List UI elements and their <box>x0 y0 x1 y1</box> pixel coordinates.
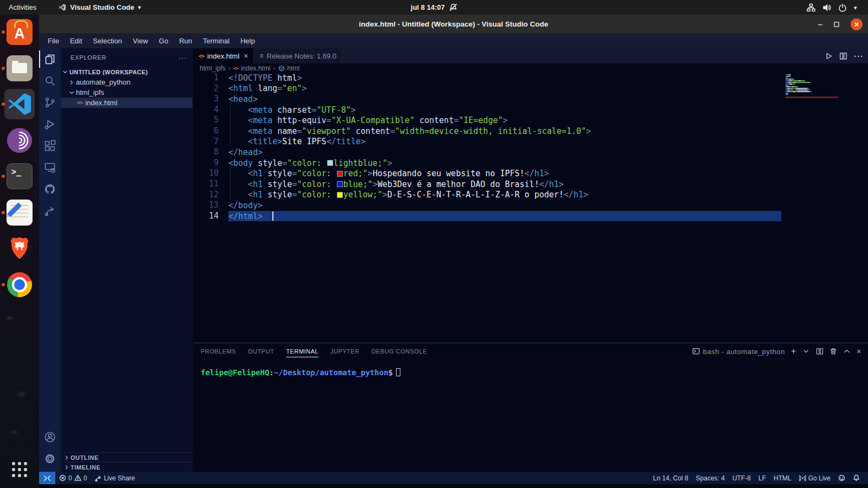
code-line[interactable]: 2<html lang="en"> <box>193 84 868 94</box>
dock-item-tor-browser[interactable] <box>7 127 33 153</box>
shell-select-icon[interactable] <box>802 348 810 355</box>
kill-terminal-icon[interactable] <box>829 348 837 355</box>
activity-settings[interactable] <box>39 448 61 470</box>
code-line[interactable]: 8</head> <box>193 147 868 158</box>
live-share-status[interactable]: Live Share <box>91 472 138 484</box>
dock-item-files[interactable] <box>7 55 33 81</box>
power-icon[interactable] <box>838 3 847 12</box>
activity-run-debug[interactable] <box>39 113 61 135</box>
status-feedback[interactable] <box>834 474 849 481</box>
dock-item-show-applications[interactable] <box>7 457 33 483</box>
status-encoding[interactable]: UTF-8 <box>729 474 755 482</box>
code-line[interactable]: 12 <h1 style="color: yellow;">D-E-S-C-E-… <box>193 190 868 201</box>
network-icon[interactable] <box>807 3 815 12</box>
workspace-row[interactable]: UNTITLED (WORKSPACE) <box>61 67 193 77</box>
dock-item-vscode[interactable] <box>7 91 33 117</box>
chevron-down-icon[interactable]: ▾ <box>854 3 863 12</box>
menu-file[interactable]: File <box>42 35 65 47</box>
activity-extensions[interactable] <box>39 135 61 157</box>
code-line[interactable]: 5 <meta http-equiv="X-UA-Compatible" con… <box>193 115 868 126</box>
dock-item-ubuntu-software[interactable]: A <box>7 19 33 45</box>
menu-terminal[interactable]: Terminal <box>197 35 235 47</box>
volume-icon[interactable] <box>822 3 831 12</box>
problems-status[interactable]: 0 0 <box>55 472 91 484</box>
code-line[interactable]: 6 <meta name="viewport" content="width=d… <box>193 126 868 137</box>
split-editor-icon[interactable] <box>839 52 847 60</box>
tree-item-html_ipfs[interactable]: html_ipfs <box>61 87 193 98</box>
terminal-selector[interactable]: bash - automate_python <box>692 348 785 356</box>
color-swatch[interactable] <box>337 192 343 198</box>
code-line[interactable]: 4 <meta charset="UTF-8"> <box>193 105 868 115</box>
panel-tab-jupyter[interactable]: JUPYTER <box>330 343 360 359</box>
section-timeline[interactable]: TIMELINE <box>61 462 193 472</box>
panel-tab-debug-console[interactable]: DEBUG CONSOLE <box>372 343 427 359</box>
menu-go[interactable]: Go <box>154 35 174 47</box>
breadcrumb-item[interactable]: html <box>288 65 300 72</box>
breadcrumb-item[interactable]: html_ipfs <box>200 65 226 72</box>
window-titlebar[interactable]: index.html - Untitled (Workspace) - Visu… <box>39 15 868 34</box>
code-line[interactable]: 10 <h1 style="color: red;">Hospedando se… <box>193 168 868 179</box>
terminal[interactable]: felipe@FelipeHQ:~/Desktop/automate_pytho… <box>193 359 868 377</box>
close-icon[interactable]: × <box>244 52 248 60</box>
activity-remote-explorer[interactable] <box>39 157 61 178</box>
dock-item-chrome[interactable] <box>7 272 33 298</box>
color-swatch[interactable] <box>327 160 333 166</box>
breadcrumb[interactable]: html_ipfs›<>index.html›html <box>193 63 868 73</box>
menu-view[interactable]: View <box>127 35 154 47</box>
activity-search[interactable] <box>39 70 61 92</box>
code-line[interactable]: 13</body> <box>193 200 868 211</box>
menu-run[interactable]: Run <box>174 35 197 47</box>
code-line[interactable]: 14</html> <box>193 211 868 222</box>
menu-selection[interactable]: Selection <box>87 35 127 47</box>
vscode-icon <box>58 3 66 11</box>
color-swatch[interactable] <box>337 181 343 187</box>
tree-item-automate_python[interactable]: automate_python <box>61 77 193 87</box>
activity-source-control[interactable] <box>39 92 61 113</box>
panel-tab-terminal[interactable]: TERMINAL <box>286 343 318 359</box>
breadcrumb-item[interactable]: index.html <box>241 65 271 72</box>
close-button[interactable]: × <box>851 18 863 30</box>
app-menu-button[interactable]: Visual Studio Code ▾ <box>58 3 141 11</box>
split-terminal-icon[interactable] <box>816 348 824 355</box>
panel-tab-problems[interactable]: PROBLEMS <box>201 343 236 359</box>
activity-live-share[interactable] <box>39 200 61 222</box>
color-swatch[interactable] <box>337 171 343 177</box>
status-notifications[interactable] <box>849 474 864 481</box>
maximize-panel-icon[interactable] <box>843 348 851 355</box>
status-language-mode[interactable]: HTML <box>770 474 795 482</box>
minimize-button[interactable]: – <box>818 20 822 29</box>
more-actions-icon[interactable]: ··· <box>854 52 864 61</box>
menu-edit[interactable]: Edit <box>65 35 87 47</box>
dock-item-terminal[interactable]: >_ <box>7 163 33 189</box>
dock-item-text-editor[interactable] <box>7 200 33 226</box>
status-indentation[interactable]: Spaces: 4 <box>692 474 729 482</box>
remote-indicator[interactable] <box>39 472 55 484</box>
status-eol[interactable]: LF <box>755 474 770 482</box>
close-panel-icon[interactable]: × <box>857 348 861 355</box>
dock-item-brave[interactable] <box>7 235 33 261</box>
restore-button[interactable] <box>833 21 840 28</box>
tab-index-html[interactable]: <>index.html× <box>193 48 254 63</box>
tree-item-index.html[interactable]: <>index.html <box>61 98 193 108</box>
activities-button[interactable]: Activities <box>0 0 45 15</box>
explorer-more-actions-icon[interactable]: ··· <box>178 54 187 62</box>
code-line[interactable]: 7 <title>Site IPFS</title> <box>193 137 868 147</box>
code-line[interactable]: 1<!DOCTYPE html> <box>193 73 868 84</box>
new-terminal-icon[interactable]: + <box>791 348 796 355</box>
status-go-live[interactable]: Go Live <box>795 474 834 482</box>
minimap[interactable] <box>786 74 838 98</box>
system-tray[interactable]: ▾ <box>807 0 863 15</box>
activity-accounts[interactable] <box>39 426 61 448</box>
panel-tab-output[interactable]: OUTPUT <box>248 343 274 359</box>
status-cursor-position[interactable]: Ln 14, Col 8 <box>649 474 692 482</box>
activity-explorer[interactable] <box>39 48 61 70</box>
run-icon[interactable] <box>825 52 833 60</box>
section-outline[interactable]: OUTLINE <box>61 452 193 462</box>
menu-help[interactable]: Help <box>235 35 260 47</box>
code-line[interactable]: 11 <h1 style="color: blue;">Web3Dev é a … <box>193 179 868 190</box>
tab-release-notes-1-69-0[interactable]: ≡Release Notes: 1.69.0 <box>254 48 342 63</box>
activity-github[interactable] <box>39 178 61 200</box>
code-line[interactable]: 9<body style="color: lightblue;"> <box>193 158 868 169</box>
code-line[interactable]: 3<head> <box>193 94 868 105</box>
code-editor[interactable]: 1<!DOCTYPE html>2<html lang="en">3<head>… <box>193 73 868 343</box>
